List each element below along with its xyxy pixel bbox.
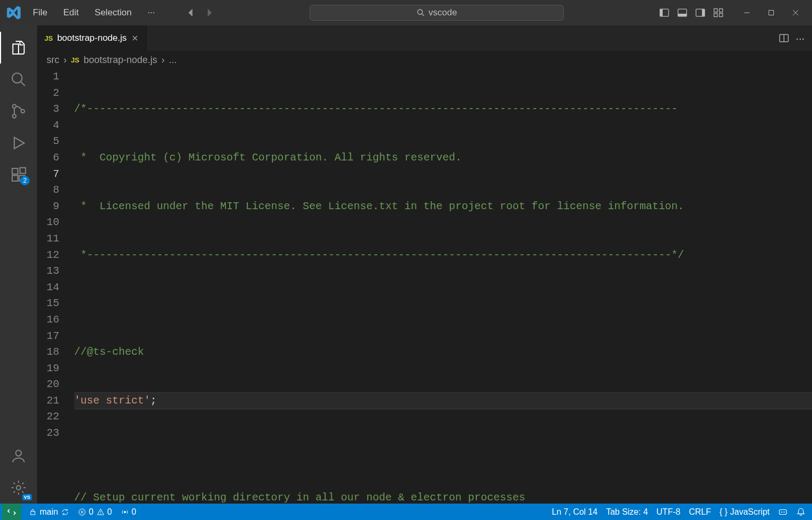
braces-icon: { } xyxy=(719,507,727,517)
titlebar: File Edit Selection ··· vscode xyxy=(0,0,812,25)
command-center-input[interactable]: vscode xyxy=(310,5,564,21)
status-branch[interactable]: main xyxy=(24,504,74,520)
svg-rect-31 xyxy=(31,512,35,515)
nav-forward-button[interactable] xyxy=(202,5,216,20)
vscode-logo-icon xyxy=(6,5,21,20)
close-button[interactable] xyxy=(783,2,808,23)
breadcrumb-more[interactable]: ... xyxy=(169,55,177,66)
svg-point-19 xyxy=(13,114,16,118)
settings-vs-badge: VS xyxy=(22,494,32,500)
layout-controls xyxy=(657,6,725,20)
status-problems[interactable]: 0 0 xyxy=(74,504,116,520)
svg-rect-13 xyxy=(769,11,774,15)
command-center-text: vscode xyxy=(428,7,457,18)
svg-rect-24 xyxy=(20,168,26,174)
svg-rect-10 xyxy=(714,13,717,16)
svg-rect-7 xyxy=(702,9,705,16)
menu-file[interactable]: File xyxy=(25,4,55,21)
nav-back-button[interactable] xyxy=(184,5,199,20)
nav-arrows xyxy=(184,5,216,20)
svg-point-37 xyxy=(124,511,126,513)
customize-layout-button[interactable] xyxy=(711,6,725,20)
status-encoding[interactable]: UTF-8 xyxy=(652,504,684,520)
chevron-right-icon: › xyxy=(64,55,67,66)
toggle-panel-button[interactable] xyxy=(675,6,689,20)
editor-region: JS bootstrap-node.js ··· src › JS bootst… xyxy=(37,25,812,504)
breadcrumb-folder[interactable]: src xyxy=(47,55,59,66)
svg-rect-21 xyxy=(12,168,18,174)
status-copilot[interactable] xyxy=(774,504,792,520)
error-icon xyxy=(78,508,86,516)
activity-source-control[interactable] xyxy=(0,95,37,127)
svg-rect-11 xyxy=(719,13,723,16)
toggle-secondary-sidebar-button[interactable] xyxy=(693,6,707,20)
svg-point-36 xyxy=(100,513,101,514)
maximize-button[interactable] xyxy=(759,2,783,23)
extensions-badge: 2 xyxy=(20,176,30,185)
status-ports[interactable]: 0 xyxy=(116,504,141,520)
svg-rect-22 xyxy=(12,175,18,181)
menu-more[interactable]: ··· xyxy=(140,4,163,21)
svg-rect-9 xyxy=(719,9,723,12)
branch-name: main xyxy=(40,507,58,517)
svg-point-26 xyxy=(16,486,21,490)
editor-more-button[interactable]: ··· xyxy=(796,32,805,44)
tab-filename: bootstrap-node.js xyxy=(57,33,127,43)
svg-point-18 xyxy=(13,104,16,108)
breadcrumb[interactable]: src › JS bootstrap-node.js › ... xyxy=(37,51,812,69)
tab-close-button[interactable] xyxy=(131,34,140,42)
svg-point-39 xyxy=(783,511,784,512)
bell-icon xyxy=(796,507,806,517)
line-number-gutter: 1 2 3 4 5 6 7 8 9 10 11 12 13 14 15 16 1… xyxy=(37,69,74,504)
js-file-icon: JS xyxy=(71,56,79,64)
tab-actions: ··· xyxy=(771,25,812,51)
warning-icon xyxy=(96,508,105,516)
activity-search[interactable] xyxy=(0,64,37,95)
menu-bar: File Edit Selection ··· xyxy=(25,4,163,21)
activity-extensions[interactable]: 2 xyxy=(0,159,37,191)
copilot-icon xyxy=(778,507,788,517)
radio-icon xyxy=(121,508,129,516)
status-notifications[interactable] xyxy=(792,504,810,520)
lock-icon xyxy=(29,508,37,516)
code-editor[interactable]: 1 2 3 4 5 6 7 8 9 10 11 12 13 14 15 16 1… xyxy=(37,69,812,504)
svg-rect-8 xyxy=(714,9,717,12)
toggle-primary-sidebar-button[interactable] xyxy=(657,6,671,20)
svg-point-20 xyxy=(21,110,25,113)
svg-point-38 xyxy=(781,511,782,512)
activity-explorer[interactable] xyxy=(0,32,37,64)
menu-selection[interactable]: Selection xyxy=(87,4,139,21)
split-editor-button[interactable] xyxy=(779,33,789,43)
status-bar: main 0 0 0 Ln 7, Col 14 Tab Size: 4 UTF-… xyxy=(0,504,812,520)
editor-tab[interactable]: JS bootstrap-node.js xyxy=(37,25,148,51)
status-indentation[interactable]: Tab Size: 4 xyxy=(602,504,652,520)
tabs-row: JS bootstrap-node.js ··· xyxy=(37,25,812,51)
command-center: vscode xyxy=(216,5,657,21)
svg-rect-3 xyxy=(660,9,663,16)
main-area: 2 VS JS bootstrap-node.js ··· xyxy=(0,25,812,504)
menu-edit[interactable]: Edit xyxy=(56,4,86,21)
code-content[interactable]: /*--------------------------------------… xyxy=(74,69,812,504)
svg-line-1 xyxy=(422,14,424,16)
svg-point-0 xyxy=(418,10,422,14)
activity-settings[interactable]: VS xyxy=(0,472,37,504)
status-remote-button[interactable] xyxy=(2,504,21,520)
activity-run-debug[interactable] xyxy=(0,127,37,159)
search-icon xyxy=(417,8,425,17)
svg-line-17 xyxy=(21,82,25,86)
svg-point-25 xyxy=(16,450,22,456)
status-language[interactable]: { } JavaScript xyxy=(715,504,774,520)
activity-accounts[interactable] xyxy=(0,440,37,472)
activity-bar: 2 VS xyxy=(0,25,37,504)
breadcrumb-file[interactable]: bootstrap-node.js xyxy=(84,55,157,66)
svg-point-16 xyxy=(12,73,22,83)
svg-rect-5 xyxy=(678,14,687,16)
remote-icon xyxy=(7,508,16,516)
minimize-button[interactable] xyxy=(735,2,759,23)
status-eol[interactable]: CRLF xyxy=(684,504,715,520)
js-file-icon: JS xyxy=(44,34,53,42)
chevron-right-icon: › xyxy=(161,55,165,66)
status-cursor-position[interactable]: Ln 7, Col 14 xyxy=(548,504,602,520)
sync-icon xyxy=(61,508,69,516)
window-controls xyxy=(735,2,808,23)
